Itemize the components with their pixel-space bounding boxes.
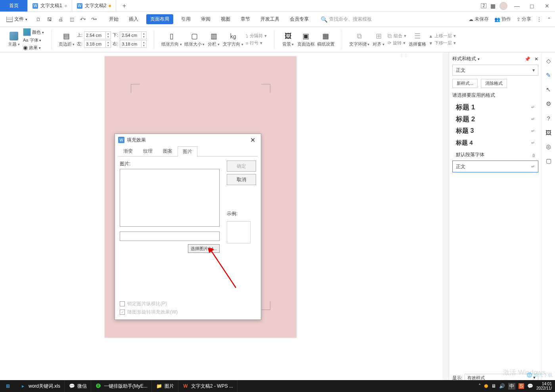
qat-print-icon[interactable]: 🖨 <box>57 15 65 23</box>
style-item-h1[interactable]: 标题 1↵ <box>452 101 538 113</box>
tray-notif-icon[interactable]: 💬 <box>527 383 533 389</box>
tray-shield-icon[interactable]: ⬢ <box>484 383 488 389</box>
taskbar-item-excel[interactable]: ▸word关键词.xls <box>16 380 65 392</box>
clear-format-button[interactable]: 清除格式 <box>481 79 507 88</box>
taskbar-item-wps[interactable]: W文字文稿2 - WPS ... <box>178 380 237 392</box>
separator-button[interactable]: ⤵分隔符▾ <box>246 33 267 39</box>
theme-colors[interactable]: 颜色 <box>23 28 44 36</box>
paper-direction-button[interactable]: ▯纸张方向 <box>161 32 182 47</box>
bring-forward-button[interactable]: ▲上移一层▾ <box>429 33 456 39</box>
tab-add-button[interactable]: + <box>116 0 132 11</box>
pin-icon[interactable]: 📌 <box>524 56 530 62</box>
margin-right-input[interactable]: 3.18 cm▴▾ <box>120 40 147 48</box>
coop-button[interactable]: 👥协作 <box>494 16 511 23</box>
collapse-ribbon-icon[interactable]: ⌃ <box>547 17 551 22</box>
style-item-default[interactable]: 默认段落字体a <box>452 149 538 161</box>
qat-redo-icon[interactable]: ↷▾ <box>90 15 98 23</box>
strip-cursor-icon[interactable]: ↖ <box>545 86 553 94</box>
ribbon-tab-vip[interactable]: 会员专享 <box>287 14 311 24</box>
ok-button[interactable]: 确定 <box>227 161 256 172</box>
lock-ratio-checkbox[interactable]: 锁定图片纵横比(P) <box>120 300 256 307</box>
close-button[interactable]: ✕ <box>542 0 553 11</box>
columns-button[interactable]: ▥分栏 <box>207 32 220 47</box>
user-avatar[interactable] <box>500 2 507 10</box>
background-button[interactable]: 🖼背景 <box>281 32 295 47</box>
ribbon-tab-insert[interactable]: 插入 <box>126 14 141 24</box>
page-border-button[interactable]: ▣页面边框 <box>297 32 315 47</box>
theme-button[interactable]: 主题 <box>7 32 21 47</box>
margin-left-input[interactable]: 3.18 cm▴▾ <box>84 40 111 48</box>
new-style-button[interactable]: 新样式... <box>452 79 478 88</box>
text-wrap-button[interactable]: ⧉文字环绕 <box>349 32 370 47</box>
taskbar-item-wechat[interactable]: 💬微信 <box>65 380 91 392</box>
minimize-button[interactable]: — <box>511 0 522 11</box>
rotate-button[interactable]: ⟳旋转▾ <box>388 40 406 46</box>
ribbon-tab-view[interactable]: 视图 <box>218 14 233 24</box>
rotate-fill-checkbox[interactable]: ✓随图形旋转填充效果(W) <box>120 309 256 316</box>
dlg-tab-pattern[interactable]: 图案 <box>158 146 178 156</box>
start-button[interactable]: ⊞ <box>0 380 16 392</box>
ribbon-tab-pagelayout[interactable]: 页面布局 <box>146 14 173 24</box>
strip-settings-icon[interactable]: ⚙ <box>545 100 553 108</box>
strip-icon-6[interactable]: 🖼 <box>545 128 553 136</box>
document-canvas[interactable]: ⋮⋮ W 填充效果 ✕ 渐变 纹理 图案 图片 图片: <box>0 52 449 392</box>
writing-paper-button[interactable]: ▦稿纸设置 <box>317 32 335 47</box>
theme-fonts[interactable]: Aa 字体 <box>23 37 44 43</box>
style-item-body[interactable]: 正文↵ <box>452 161 538 172</box>
group-button[interactable]: ⿻组合▾ <box>388 33 406 39</box>
panel-close-icon[interactable]: ✕ <box>534 56 538 62</box>
taskbar-item-layout[interactable]: 🅡一键排版助手(MyE... <box>91 380 152 392</box>
ribbon-tab-review[interactable]: 审阅 <box>199 14 213 24</box>
share-button[interactable]: ⇪分享 <box>517 16 531 23</box>
ribbon-tab-start[interactable]: 开始 <box>107 14 121 24</box>
system-tray[interactable]: ˄ ⬢ 🖥 🔊 中 S 💬 14:01 2022/11/ <box>475 380 555 392</box>
drag-handle-icon[interactable]: ⋮⋮ <box>400 53 404 61</box>
tab-doc1[interactable]: W 文字文稿1 <box>28 0 72 11</box>
style-item-h3[interactable]: 标题 3↵ <box>452 125 538 137</box>
select-pane-button[interactable]: ☰选择窗格 <box>409 32 426 47</box>
tray-sogou-icon[interactable]: S <box>519 383 524 389</box>
strip-icon-1[interactable]: ◇ <box>545 57 553 65</box>
strip-icon-8[interactable]: ▢ <box>545 157 553 165</box>
tab-home[interactable]: 首页 <box>0 0 28 11</box>
text-direction-button[interactable]: ㎏文字方向 <box>223 32 243 47</box>
more-icon[interactable]: ⋮ <box>537 17 542 22</box>
clock[interactable]: 14:01 2022/11/ <box>536 382 552 390</box>
strip-icon-7[interactable]: ◎ <box>545 143 553 151</box>
strip-pencil-icon[interactable]: ✎ <box>545 71 553 79</box>
maximize-button[interactable]: ◻ <box>526 0 538 11</box>
tray-sound-icon[interactable]: 🔊 <box>499 383 505 389</box>
current-style-select[interactable]: 正文 <box>452 65 538 76</box>
unsaved-button[interactable]: ☁未保存 <box>469 16 489 23</box>
scrollbar[interactable] <box>442 52 449 392</box>
tab-doc2[interactable]: W 文字文稿2 <box>72 0 117 11</box>
dlg-tab-gradient[interactable]: 渐变 <box>118 146 138 156</box>
align-button[interactable]: ⊞对齐 <box>372 32 385 47</box>
send-back-button[interactable]: ▼下移一层▾ <box>429 40 456 46</box>
dialog-close-button[interactable]: ✕ <box>248 136 258 144</box>
style-item-h4[interactable]: 标题 4↵ <box>452 137 538 149</box>
qat-preview-icon[interactable]: ◫ <box>68 15 76 23</box>
dlg-tab-picture[interactable]: 图片 <box>178 146 197 157</box>
line-number-button[interactable]: ≡行号▾ <box>246 40 267 46</box>
paper-size-button[interactable]: ▢纸张大小 <box>184 32 205 47</box>
tray-ime-icon[interactable]: 中 <box>508 383 515 390</box>
strip-help-icon[interactable]: ? <box>545 114 553 122</box>
dlg-tab-texture[interactable]: 纹理 <box>138 146 158 156</box>
ribbon-tab-ref[interactable]: 引用 <box>179 14 193 24</box>
margin-bottom-input[interactable]: 2.54 cm▴▾ <box>120 31 147 39</box>
theme-effects[interactable]: ◉效果 <box>23 44 44 51</box>
margins-button[interactable]: ▤ 页边距 <box>59 32 75 47</box>
dialog-title-bar[interactable]: W 填充效果 ✕ <box>115 134 261 146</box>
tray-up-icon[interactable]: ˄ <box>478 383 481 389</box>
qat-save-icon[interactable]: 🖫 <box>46 15 54 23</box>
qat-undo-icon[interactable]: ↶▾ <box>79 15 87 23</box>
ribbon-tab-section[interactable]: 章节 <box>238 14 253 24</box>
cancel-button[interactable]: 取消 <box>227 174 256 185</box>
file-menu[interactable]: 文件▾ <box>4 14 30 24</box>
search-box[interactable]: 🔍 查找命令、搜索模板 <box>321 16 372 23</box>
ribbon-tab-dev[interactable]: 开发工具 <box>258 14 282 24</box>
tray-monitor-icon[interactable]: 🖥 <box>491 383 496 389</box>
qat-new-icon[interactable]: 🗋 <box>34 15 42 23</box>
taskbar-item-folder[interactable]: 📁图片 <box>152 380 178 392</box>
